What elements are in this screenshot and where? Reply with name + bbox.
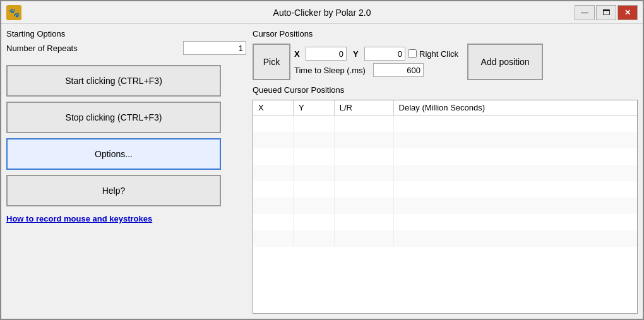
sleep-label: Time to Sleep (.ms): [294, 66, 366, 75]
main-content: Starting Options Number of Repeats Start…: [1, 24, 643, 319]
table-row: [253, 132, 637, 148]
y-input[interactable]: [364, 47, 405, 61]
col-delay-header: Delay (Million Seconds): [393, 100, 637, 116]
start-clicking-button[interactable]: Start clicking (CTRL+F3): [6, 65, 221, 97]
options-button[interactable]: Options...: [6, 138, 221, 170]
x-input[interactable]: [306, 47, 347, 61]
col-x-header: X: [253, 100, 293, 116]
window-controls: — 🗖 ✕: [575, 5, 638, 20]
table-row: [253, 148, 637, 165]
stop-clicking-button[interactable]: Stop clicking (CTRL+F3): [6, 102, 221, 133]
y-label: Y: [353, 49, 362, 59]
table-row: [253, 214, 637, 230]
title-bar: 🐾 Auto-Clicker by Polar 2.0 — 🗖 ✕: [1, 1, 643, 24]
repeats-input[interactable]: [183, 41, 246, 55]
record-link[interactable]: How to record mouse and keystrokes: [6, 214, 246, 223]
xy-block: X Y Right Click Time to Sleep (.ms): [294, 47, 458, 77]
left-panel: Starting Options Number of Repeats Start…: [6, 29, 246, 314]
maximize-button[interactable]: 🗖: [596, 5, 616, 20]
app-logo: 🐾: [6, 5, 21, 20]
x-row: X Y Right Click: [294, 47, 458, 61]
table-row: [253, 198, 637, 214]
pick-button[interactable]: Pick: [253, 44, 290, 80]
x-label: X: [294, 49, 303, 59]
queue-table-container: X Y L/R Delay (Million Seconds): [253, 100, 638, 314]
cursor-positions-label: Cursor Positions: [253, 29, 638, 39]
repeats-row: Number of Repeats: [6, 41, 246, 55]
right-click-label: Right Click: [419, 49, 458, 59]
col-y-header: Y: [293, 100, 334, 116]
close-button[interactable]: ✕: [617, 5, 638, 20]
table-row: [253, 230, 637, 247]
sleep-input[interactable]: [373, 63, 424, 77]
minimize-button[interactable]: —: [575, 5, 595, 20]
queued-label: Queued Cursor Positions: [253, 85, 638, 95]
starting-options-section: Starting Options Number of Repeats: [6, 29, 246, 60]
right-click-checkbox[interactable]: [408, 49, 417, 58]
table-row: [253, 116, 637, 132]
right-panel: Cursor Positions Pick X Y Right Click Ti…: [253, 29, 638, 314]
sleep-row: Time to Sleep (.ms): [294, 63, 458, 77]
col-lr-header: L/R: [334, 100, 393, 116]
table-header-row: X Y L/R Delay (Million Seconds): [253, 100, 637, 116]
table-row: [253, 165, 637, 181]
starting-options-label: Starting Options: [6, 29, 246, 39]
repeats-label: Number of Repeats: [6, 44, 78, 53]
queue-table: X Y L/R Delay (Million Seconds): [253, 100, 637, 247]
main-window: 🐾 Auto-Clicker by Polar 2.0 — 🗖 ✕ Starti…: [0, 0, 644, 320]
window-title: Auto-Clicker by Polar 2.0: [1, 8, 643, 18]
add-position-button[interactable]: Add position: [467, 44, 543, 80]
help-button[interactable]: Help?: [6, 175, 221, 206]
cursor-controls: Pick X Y Right Click Time to Sleep (.ms): [253, 44, 638, 80]
table-row: [253, 181, 637, 198]
